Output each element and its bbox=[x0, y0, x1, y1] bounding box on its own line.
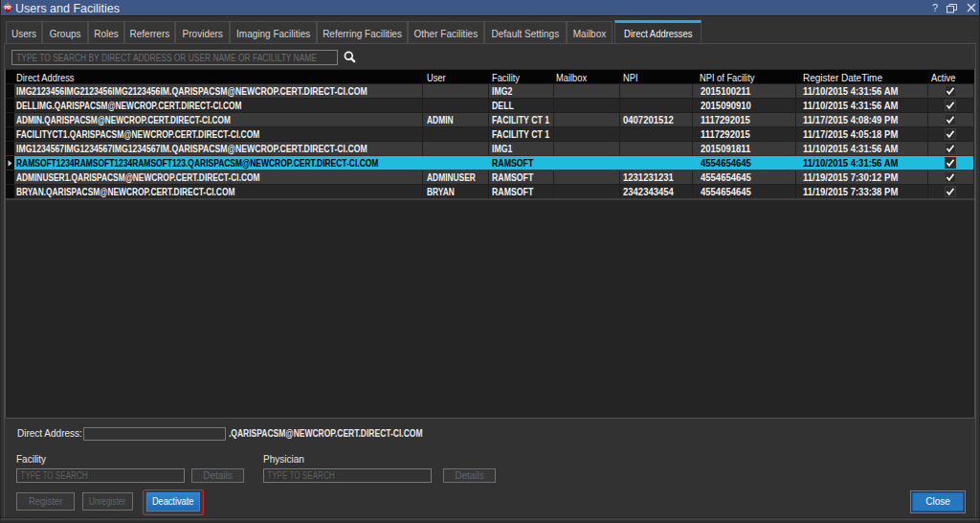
svg-text:PR: PR bbox=[5, 5, 11, 11]
